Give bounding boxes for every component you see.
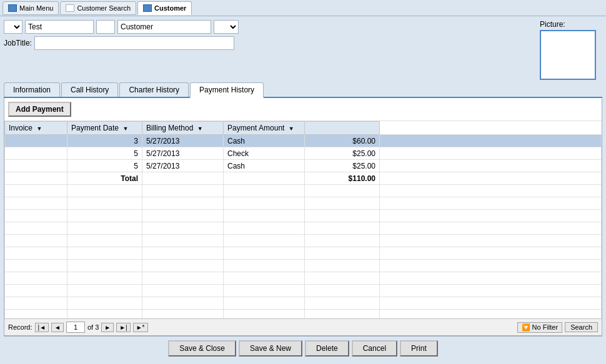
col-header-payment-date[interactable]: Payment Date ▼ [67, 122, 142, 135]
cell-payment-date: 5/27/2013 [142, 147, 224, 160]
empty-cell [305, 197, 380, 210]
empty-row [5, 260, 602, 272]
empty-cell [380, 310, 602, 319]
empty-cell [5, 285, 67, 297]
empty-cell [224, 260, 305, 272]
empty-cell [380, 210, 602, 222]
empty-cell [305, 260, 380, 272]
empty-cell [380, 197, 602, 210]
tab-information[interactable]: Information [4, 82, 60, 97]
record-nav: Record: |◄ ◄ of 3 ► ►| ►* 🔽 No Filter Se… [4, 318, 602, 335]
empty-cell [142, 260, 224, 272]
suffix-select[interactable] [214, 20, 239, 34]
cell-invoice: 3 [67, 135, 142, 147]
jobtitle-field[interactable] [34, 36, 234, 50]
cell-invoice: 5 [67, 147, 142, 160]
cell-payment-date: 5/27/2013 [142, 160, 224, 172]
filter-icon: 🔽 [522, 323, 530, 332]
empty-cell [224, 247, 305, 260]
salutation-select[interactable] [4, 20, 22, 34]
record-current-input[interactable] [66, 322, 85, 333]
empty-cell [380, 222, 602, 235]
table-row[interactable]: 55/27/2013Check$25.00 [5, 147, 602, 160]
total-label: Total [67, 172, 142, 185]
empty-cell [305, 235, 380, 247]
col-header-billing-method[interactable]: Billing Method ▼ [142, 122, 224, 135]
print-button[interactable]: Print [400, 340, 438, 357]
empty-cell [380, 285, 602, 297]
cell-billing-method: Cash [224, 160, 305, 172]
tab-main-menu[interactable]: Main Menu [2, 1, 59, 15]
empty-cell [380, 185, 602, 197]
first-name-field[interactable] [25, 20, 94, 34]
tab-charter-history[interactable]: Charter History [119, 82, 189, 97]
empty-cell [224, 185, 305, 197]
empty-cell [224, 235, 305, 247]
empty-cell [5, 310, 67, 319]
table-wrapper: Invoice ▼ Payment Date ▼ Billing Method … [4, 121, 602, 318]
empty-row [5, 310, 602, 319]
bottom-bar: Save & Close Save & New Delete Cancel Pr… [4, 336, 602, 360]
cell-extra [380, 135, 602, 147]
empty-row [5, 235, 602, 247]
nav-new-button[interactable]: ►* [133, 323, 148, 332]
tab-call-history[interactable]: Call History [61, 82, 118, 97]
add-payment-button[interactable]: Add Payment [8, 102, 71, 117]
search-button[interactable]: Search [565, 322, 598, 332]
col-header-payment-amount[interactable]: Payment Amount ▼ [224, 122, 305, 135]
empty-cell [224, 222, 305, 235]
no-filter-button[interactable]: 🔽 No Filter [517, 322, 563, 333]
empty-row [5, 222, 602, 235]
empty-cell [5, 297, 67, 310]
middle-name-field[interactable] [96, 20, 115, 34]
nav-first-button[interactable]: |◄ [35, 323, 49, 332]
save-new-button[interactable]: Save & New [239, 340, 302, 357]
invoice-sort-icon: ▼ [36, 125, 42, 132]
table-row[interactable]: 55/27/2013Cash$25.00 [5, 160, 602, 172]
title-bar: Main Menu Customer Search Customer [0, 0, 606, 16]
empty-cell [67, 272, 142, 285]
empty-row [5, 297, 602, 310]
empty-cell [142, 310, 224, 319]
empty-cell [67, 247, 142, 260]
inner-tabs: Information Call History Charter History… [4, 82, 602, 98]
cancel-button[interactable]: Cancel [352, 340, 397, 357]
nav-last-button[interactable]: ►| [116, 323, 131, 332]
empty-cell [67, 197, 142, 210]
nav-prev-button[interactable]: ◄ [51, 323, 64, 332]
empty-cell [5, 272, 67, 285]
save-close-button[interactable]: Save & Close [168, 340, 236, 357]
nav-next-button[interactable]: ► [101, 323, 114, 332]
empty-cell [305, 310, 380, 319]
tab-customer[interactable]: Customer [137, 1, 192, 15]
col-header-extra [305, 122, 380, 135]
empty-cell [380, 272, 602, 285]
tab-payment-history[interactable]: Payment History [190, 82, 264, 98]
empty-cell [5, 260, 67, 272]
empty-cell [67, 185, 142, 197]
empty-cell [67, 297, 142, 310]
row-selector [5, 147, 67, 160]
cell-payment-amount: $25.00 [305, 160, 380, 172]
empty-cell [142, 185, 224, 197]
last-name-field[interactable] [117, 20, 211, 34]
total-row: Total$110.00 [5, 172, 602, 185]
col-header-invoice[interactable]: Invoice ▼ [5, 122, 67, 135]
empty-cell [142, 272, 224, 285]
table-row[interactable]: 35/27/2013Cash$60.00 [5, 135, 602, 147]
jobtitle-row: JobTitle: [4, 36, 536, 50]
row-selector [5, 135, 67, 147]
cell-billing-method: Cash [224, 135, 305, 147]
empty-cell [67, 210, 142, 222]
empty-cell [305, 185, 380, 197]
tab-customer-search[interactable]: Customer Search [60, 1, 136, 15]
empty-row [5, 185, 602, 197]
empty-cell [67, 285, 142, 297]
total-date-empty [142, 172, 224, 185]
main-menu-icon [8, 4, 17, 12]
picture-box [540, 30, 596, 80]
delete-button[interactable]: Delete [305, 340, 349, 357]
empty-cell [380, 247, 602, 260]
table-header: Invoice ▼ Payment Date ▼ Billing Method … [5, 122, 602, 135]
cell-extra [380, 160, 602, 172]
